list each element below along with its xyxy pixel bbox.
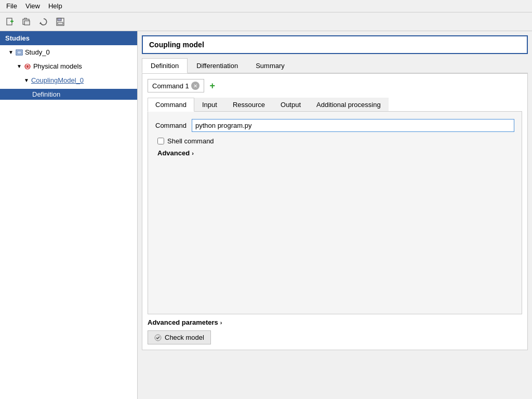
tree-item-physical-models[interactable]: ▼ Physical models [0,59,137,73]
inner-tab-output[interactable]: Output [273,98,309,111]
physical-models-icon [24,63,31,70]
inner-tab-content: Command Shell command Advanced › [148,112,522,314]
coupling-model-header: Coupling model [142,35,528,54]
inner-tabs: Command Input Ressource Output Additiona… [148,98,522,112]
svg-rect-4 [24,21,30,25]
inner-tab-input[interactable]: Input [194,98,225,111]
outer-tabs: Definition Differentiation Summary [142,58,528,73]
shell-command-checkbox[interactable] [157,138,164,144]
advanced-label: Advanced [157,149,190,157]
inner-tab-ressource[interactable]: Ressource [225,98,273,111]
command-tab-1[interactable]: Command 1 ✕ [148,79,204,92]
advanced-chevron-icon: › [192,150,194,156]
open-button[interactable] [20,15,34,29]
check-model-label: Check model [165,334,204,341]
tree-item-definition[interactable]: Definition [0,87,137,101]
svg-rect-7 [58,18,61,21]
study-icon [16,49,23,56]
arrow-physical-models: ▼ [17,63,22,69]
save-button[interactable] [53,15,68,29]
tree-label-study0: Study_0 [25,48,50,56]
command-field-row: Command [155,119,514,132]
tree-label-coupling0: CouplingModel_0 [31,76,84,84]
svg-rect-10 [17,51,21,54]
command-input[interactable] [192,119,514,132]
new-button[interactable] [3,15,18,29]
menu-help[interactable]: Help [44,1,66,11]
advanced-parameters-row[interactable]: Advanced parameters › [148,318,522,326]
menu-file[interactable]: File [2,1,21,11]
shell-command-row: Shell command [155,137,514,145]
advanced-parameters-label: Advanced parameters [148,318,218,326]
refresh-button[interactable] [36,15,51,29]
sidebar-header: Studies [0,31,137,45]
command-tab-1-label: Command 1 [152,82,189,90]
arrow-study0: ▼ [8,49,14,55]
check-model-button[interactable]: Check model [148,330,211,344]
arrow-coupling0: ▼ [24,77,29,83]
main-layout: Studies ▼ Study_0 ▼ [0,31,532,399]
definition-tab-content: Command 1 ✕ + Command Input Ressource Ou… [142,73,528,350]
add-command-button[interactable]: + [206,79,219,92]
svg-marker-5 [39,22,42,24]
command-tabs-row: Command 1 ✕ + [148,79,522,92]
shell-command-label: Shell command [167,137,214,145]
inner-tab-additional-processing[interactable]: Additional processing [309,98,389,111]
tab-differentiation[interactable]: Differentiation [188,58,247,73]
tree-label-definition: Definition [32,90,60,98]
command-tab-1-close[interactable]: ✕ [191,82,200,90]
tree-item-study0[interactable]: ▼ Study_0 [0,45,137,59]
check-model-icon [154,334,162,341]
toolbar [0,12,532,31]
tree-label-physical-models: Physical models [33,62,82,70]
advanced-row[interactable]: Advanced › [155,149,514,157]
tree-item-coupling0[interactable]: ▼ CouplingModel_0 [0,73,137,87]
svg-rect-8 [58,22,63,24]
tab-definition[interactable]: Definition [142,58,188,73]
content-area: Coupling model Definition Differentiatio… [138,31,532,399]
tab-summary[interactable]: Summary [247,58,294,73]
sidebar: Studies ▼ Study_0 ▼ [0,31,138,399]
advanced-parameters-chevron-icon: › [220,320,222,326]
menu-view[interactable]: View [21,1,44,11]
inner-tab-command[interactable]: Command [148,98,194,112]
menubar: File View Help [0,0,532,12]
command-label: Command [155,122,187,129]
